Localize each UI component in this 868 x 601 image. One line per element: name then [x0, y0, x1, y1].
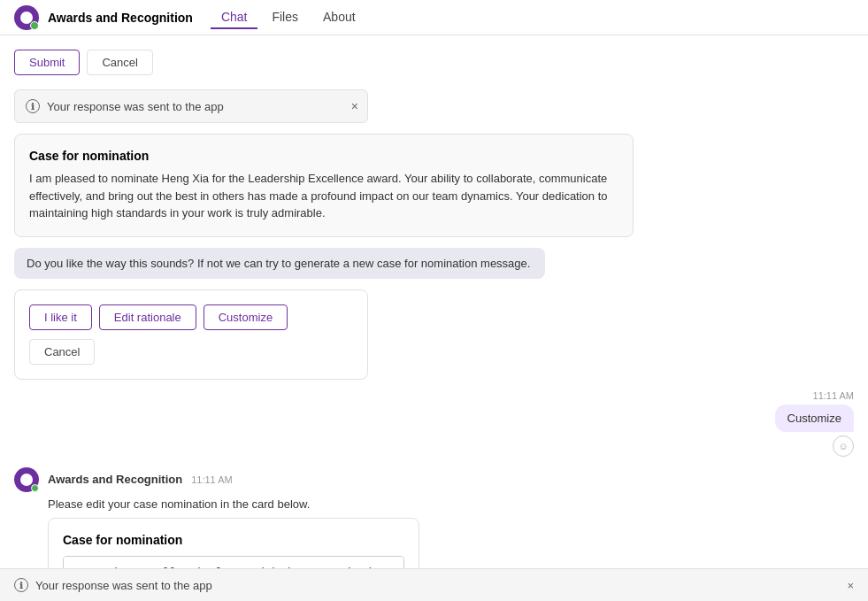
action-card: I like it Edit rationale Customize Cance…: [14, 289, 368, 380]
action-row-2: Cancel: [29, 339, 353, 365]
bottom-banner: ℹ Your response was sent to the app ×: [0, 568, 868, 601]
top-submit-button[interactable]: Submit: [14, 50, 80, 75]
edit-card: Case for nomination Submit Cancel: [48, 518, 419, 569]
bottom-info-icon: ℹ: [14, 578, 28, 592]
customize-button[interactable]: Customize: [204, 304, 288, 330]
close-icon[interactable]: ×: [351, 99, 358, 113]
edit-card-title: Case for nomination: [63, 533, 404, 547]
action-row-1: I like it Edit rationale Customize: [29, 304, 353, 330]
nomination-box-text: I am pleased to nominate Heng Xia for th…: [29, 170, 618, 222]
right-message-container: 11:11 AM Customize ☺: [775, 390, 854, 457]
right-avatar: ☺: [833, 435, 854, 457]
submit-cancel-row: Submit Cancel: [14, 50, 854, 75]
bottom-close-icon[interactable]: ×: [847, 579, 854, 592]
nav-files[interactable]: Files: [261, 6, 309, 29]
header-nav: Chat Files About: [211, 6, 366, 29]
cancel-button[interactable]: Cancel: [29, 339, 95, 365]
nav-about[interactable]: About: [312, 6, 366, 29]
bot-avatar-inner: [20, 474, 33, 486]
right-bubble: Customize: [775, 405, 854, 432]
edit-rationale-button[interactable]: Edit rationale: [99, 304, 196, 330]
like-button[interactable]: I like it: [29, 304, 92, 330]
nomination-box-title: Case for nomination: [29, 149, 618, 163]
bot-message-text: Please edit your case nomination in the …: [48, 497, 310, 511]
bottom-info-text: Your response was sent to the app: [35, 579, 212, 592]
online-badge: [30, 21, 39, 30]
bot-online-badge: [31, 484, 39, 492]
app-title: Awards and Recognition: [48, 11, 193, 25]
right-timestamp: 11:11 AM: [813, 390, 854, 401]
top-cancel-button[interactable]: Cancel: [87, 50, 152, 75]
top-info-banner: ℹ Your response was sent to the app ×: [14, 89, 368, 123]
bot-avatar: [14, 467, 39, 492]
info-text: Your response was sent to the app: [47, 100, 224, 113]
edit-textarea[interactable]: [63, 556, 404, 569]
bot-time: 11:11 AM: [191, 474, 232, 485]
app-logo: [14, 5, 39, 30]
bot-name: Awards and Recognition: [48, 473, 182, 486]
bot-header: Awards and Recognition 11:11 AM: [14, 467, 233, 492]
header: Awards and Recognition Chat Files About: [0, 0, 868, 35]
nomination-box: Case for nomination I am pleased to nomi…: [14, 134, 634, 237]
chat-area: Submit Cancel ℹ Your response was sent t…: [0, 35, 868, 568]
question-text: Do you like the way this sounds? If not …: [14, 248, 545, 279]
info-icon: ℹ: [26, 99, 40, 113]
nav-chat[interactable]: Chat: [211, 6, 258, 29]
bot-message-container: Awards and Recognition 11:11 AM Please e…: [14, 467, 651, 569]
